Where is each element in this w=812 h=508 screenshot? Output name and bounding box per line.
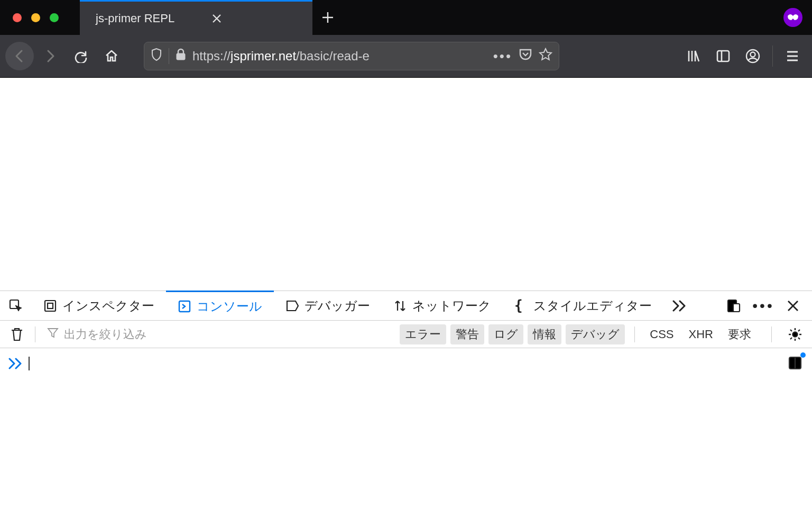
back-button[interactable] [5, 42, 34, 70]
filter-requests[interactable]: 要求 [723, 324, 756, 344]
svg-rect-1 [717, 51, 729, 61]
tab-inspector-label: インスペクター [62, 297, 154, 314]
console-prompt-icon [8, 356, 22, 371]
devtools-panel: インスペクター コンソール デバッガー ネットワーク { } スタイルエディター… [0, 291, 812, 508]
clear-console-button[interactable] [5, 323, 29, 346]
tab-debugger[interactable]: デバッガー [274, 291, 382, 320]
svg-point-11 [793, 332, 798, 337]
devtools-overflow-button[interactable] [663, 291, 695, 320]
window-controls [0, 0, 80, 35]
page-content [0, 78, 812, 291]
window-maximize-button[interactable] [50, 13, 59, 22]
navigation-toolbar: https://jsprimer.net/basic/read-e ••• [0, 35, 812, 78]
svg-rect-5 [45, 301, 56, 311]
pocket-icon[interactable] [519, 48, 532, 65]
multiline-editor-toggle[interactable] [786, 353, 805, 373]
funnel-icon [47, 327, 59, 342]
filter-css[interactable]: CSS [644, 325, 679, 343]
browser-chrome: js-primer REPL [0, 0, 812, 78]
filter-error[interactable]: エラー [400, 324, 446, 344]
tab-strip: js-primer REPL [0, 0, 812, 35]
tab-network[interactable]: ネットワーク [382, 291, 503, 320]
tab-console-label: コンソール [197, 298, 262, 315]
responsive-design-button[interactable] [722, 294, 745, 318]
address-bar[interactable]: https://jsprimer.net/basic/read-e ••• [144, 42, 559, 70]
console-filter-bar: 出力を絞り込み エラー 警告 ログ 情報 デバッグ CSS XHR 要求 [0, 321, 812, 348]
svg-rect-10 [733, 304, 740, 312]
filter-debug[interactable]: デバッグ [566, 324, 625, 344]
console-filter-input[interactable]: 出力を絞り込み [42, 326, 393, 342]
library-icon[interactable] [679, 42, 708, 70]
shield-icon[interactable] [151, 48, 162, 65]
reload-button[interactable] [67, 42, 95, 70]
devtools-close-button[interactable] [781, 294, 805, 318]
filter-xhr[interactable]: XHR [684, 325, 718, 343]
console-settings-button[interactable] [783, 323, 807, 346]
console-level-filters: エラー 警告 ログ 情報 デバッグ CSS XHR 要求 [400, 324, 760, 344]
close-tab-icon[interactable] [211, 13, 222, 24]
element-picker-button[interactable] [0, 291, 32, 320]
filter-warn[interactable]: 警告 [450, 324, 484, 344]
bookmark-star-icon[interactable] [539, 48, 552, 65]
home-button[interactable] [97, 42, 126, 70]
tab-console[interactable]: コンソール [166, 291, 274, 321]
lock-icon[interactable] [176, 48, 186, 64]
tab-debugger-label: デバッガー [304, 297, 370, 314]
console-text-caret [29, 357, 30, 370]
console-body[interactable] [0, 348, 812, 508]
svg-text:{ }: { } [514, 299, 528, 313]
svg-rect-0 [177, 53, 185, 60]
filter-log[interactable]: ログ [488, 324, 523, 344]
sidebar-icon[interactable] [709, 42, 737, 70]
tab-network-label: ネットワーク [412, 297, 491, 314]
page-actions-icon[interactable]: ••• [493, 48, 512, 65]
tab-style-editor[interactable]: { } スタイルエディター [503, 291, 663, 320]
forward-button[interactable] [36, 42, 64, 70]
account-icon[interactable] [739, 42, 767, 70]
filter-info[interactable]: 情報 [528, 324, 561, 344]
window-close-button[interactable] [13, 13, 22, 22]
devtools-menu-button[interactable]: ••• [752, 294, 775, 318]
tab-style-editor-label: スタイルエディター [533, 297, 652, 314]
app-menu-button[interactable] [778, 42, 807, 70]
tab-inspector[interactable]: インスペクター [32, 291, 166, 320]
tab-title: js-primer REPL [96, 12, 174, 25]
console-filter-placeholder: 出力を絞り込み [64, 326, 147, 342]
url-text: https://jsprimer.net/basic/read-e [192, 49, 487, 64]
new-tab-button[interactable] [315, 0, 341, 35]
tab-jsprimer-repl[interactable]: js-primer REPL [80, 0, 312, 35]
svg-rect-6 [48, 303, 53, 309]
private-browsing-icon [783, 8, 802, 27]
indicator-dot-icon [800, 352, 806, 358]
svg-point-3 [751, 52, 755, 57]
window-minimize-button[interactable] [31, 13, 40, 22]
devtools-tab-bar: インスペクター コンソール デバッガー ネットワーク { } スタイルエディター… [0, 291, 812, 321]
